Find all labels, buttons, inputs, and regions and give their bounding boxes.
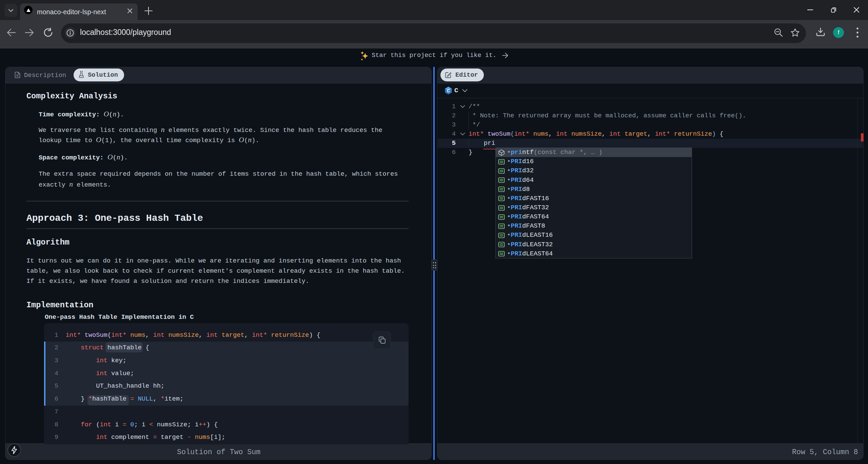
svg-text:C: C <box>447 88 450 93</box>
